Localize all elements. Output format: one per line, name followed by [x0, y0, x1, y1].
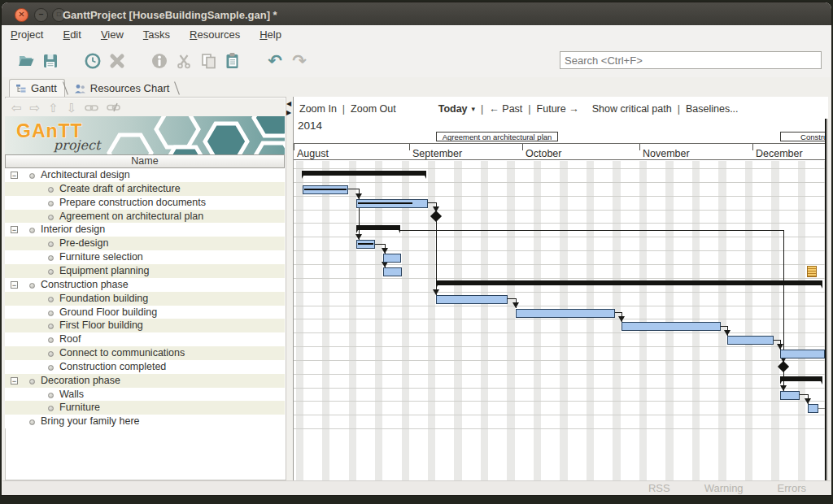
move-up-icon[interactable]: ⇧ [48, 102, 59, 114]
grid-line [294, 210, 825, 211]
past-button[interactable]: ← Past [489, 103, 522, 115]
gantt-bar-task[interactable] [727, 336, 774, 345]
move-down-icon[interactable]: ⇩ [67, 102, 77, 114]
menu-tasks[interactable]: Tasks [143, 28, 170, 41]
gantt-bar-task[interactable] [383, 267, 402, 276]
task-row[interactable]: −Architectural design [5, 168, 285, 182]
status-rss[interactable]: RSS [648, 482, 670, 494]
gantt-bar-task[interactable] [356, 199, 428, 208]
task-row[interactable]: Furniture [5, 401, 285, 415]
task-row[interactable]: Furniture selection [5, 250, 285, 264]
gantt-bar-task[interactable] [780, 350, 825, 358]
window-close-button[interactable]: ✕ [15, 8, 28, 22]
future-button[interactable]: Future → [537, 103, 579, 115]
task-label: Create draft of architecture [59, 183, 181, 195]
gantt-bar-task[interactable] [808, 404, 818, 413]
gantt-bar-task[interactable] [621, 322, 721, 331]
gantt-milestone[interactable] [778, 361, 789, 372]
gantt-bar-task[interactable] [383, 254, 401, 263]
scheduling-button[interactable] [82, 50, 103, 72]
task-row[interactable]: Walls [5, 388, 285, 402]
task-row[interactable]: Prepare construction documents [5, 196, 285, 210]
collapse-left-icon[interactable]: ◀ [286, 101, 291, 107]
open-project-button[interactable] [15, 50, 37, 72]
task-label: Connect to communications [59, 347, 185, 359]
task-bullet-icon [29, 379, 35, 385]
column-header-name[interactable]: Name [5, 154, 285, 168]
chart-scroll-gutter[interactable] [826, 119, 828, 480]
forward-icon[interactable]: ⇨ [30, 102, 41, 114]
expand-toggle[interactable]: − [11, 226, 18, 233]
menu-view[interactable]: View [101, 28, 124, 41]
grid-line [294, 264, 825, 265]
panel-splitter[interactable]: ◀ ▶ [286, 97, 293, 480]
link-tasks-icon[interactable] [85, 103, 98, 112]
menu-project[interactable]: Project [11, 28, 43, 41]
chevron-down-icon[interactable]: ▾ [472, 105, 476, 113]
gantt-bar-summary[interactable] [436, 280, 822, 285]
unlink-tasks-icon[interactable] [107, 102, 120, 112]
task-row[interactable]: Equipment planning [5, 264, 285, 278]
status-errors[interactable]: Errors [778, 482, 806, 494]
task-row[interactable]: Foundation building [5, 292, 285, 306]
tab-resources-chart[interactable]: Resources Chart [68, 80, 177, 97]
info-icon [150, 52, 168, 70]
task-row[interactable]: −Decoration phase [5, 374, 285, 388]
gantt-bar-task[interactable] [516, 309, 615, 318]
grid-line [294, 237, 825, 237]
gantt-bar-summary[interactable] [356, 225, 400, 230]
zoom-out-button[interactable]: Zoom Out [351, 103, 396, 115]
task-label: Construction phase [41, 279, 129, 291]
menu-resources[interactable]: Resources [190, 28, 240, 41]
copy-button[interactable] [198, 50, 219, 72]
back-icon[interactable]: ⇦ [11, 102, 22, 114]
task-bullet-icon [48, 241, 54, 247]
tab-gantt[interactable]: Gantt [9, 79, 65, 97]
gantt-bar-summary[interactable] [780, 376, 822, 381]
collapse-right-icon[interactable]: ▶ [286, 110, 291, 116]
baselines-button[interactable]: Baselines... [686, 103, 739, 115]
month-tick [409, 144, 410, 150]
grid-line [294, 401, 825, 402]
task-row[interactable]: Pre-design [5, 237, 285, 250]
redo-button[interactable]: ↷ [289, 50, 310, 72]
gantt-bar-task[interactable] [780, 391, 800, 400]
task-row[interactable]: Roof [5, 332, 285, 346]
timeline-year: 2014 [298, 119, 322, 132]
gantt-bar-task[interactable] [303, 185, 348, 194]
scissors-icon [176, 53, 192, 69]
menu-edit[interactable]: Edit [63, 28, 81, 41]
grid-line [294, 196, 825, 197]
task-row[interactable]: Ground Floor building [5, 306, 285, 319]
save-floppy-icon [42, 53, 59, 69]
paste-button[interactable] [222, 50, 243, 72]
task-row[interactable]: Agreement on architectural plan [5, 210, 285, 224]
expand-toggle[interactable]: − [11, 172, 18, 179]
task-row[interactable]: Create draft of architecture [5, 182, 285, 196]
gantt-bar-task[interactable] [436, 295, 508, 304]
properties-button[interactable] [149, 50, 170, 72]
task-row[interactable]: −Construction phase [5, 278, 285, 292]
zoom-in-button[interactable]: Zoom In [299, 103, 337, 115]
save-project-button[interactable] [40, 50, 61, 72]
expand-toggle[interactable]: − [11, 377, 18, 385]
undo-button[interactable]: ↶ [264, 50, 286, 72]
gantt-bar-task[interactable] [356, 240, 375, 249]
critical-path-button[interactable]: Show critical path [592, 103, 672, 115]
task-row[interactable]: Connect to communications [5, 346, 285, 360]
delete-task-button[interactable] [107, 50, 128, 72]
search-input[interactable] [560, 51, 822, 69]
window-minimize-button[interactable]: – [34, 8, 48, 22]
today-button[interactable]: Today [438, 103, 468, 115]
menu-help[interactable]: Help [259, 28, 281, 41]
task-row[interactable]: Construction completed [5, 360, 285, 374]
task-row[interactable]: Bring your family here [5, 415, 285, 428]
gantt-bar-summary[interactable] [302, 171, 426, 176]
task-row[interactable]: −Interior design [5, 223, 285, 237]
task-note-icon[interactable] [807, 266, 817, 277]
status-warning[interactable]: Warning [704, 482, 744, 494]
task-tree: −Architectural designCreate draft of arc… [5, 168, 285, 430]
task-row[interactable]: First Floor building [5, 319, 285, 332]
expand-toggle[interactable]: − [11, 281, 18, 289]
cut-button[interactable] [173, 50, 194, 72]
